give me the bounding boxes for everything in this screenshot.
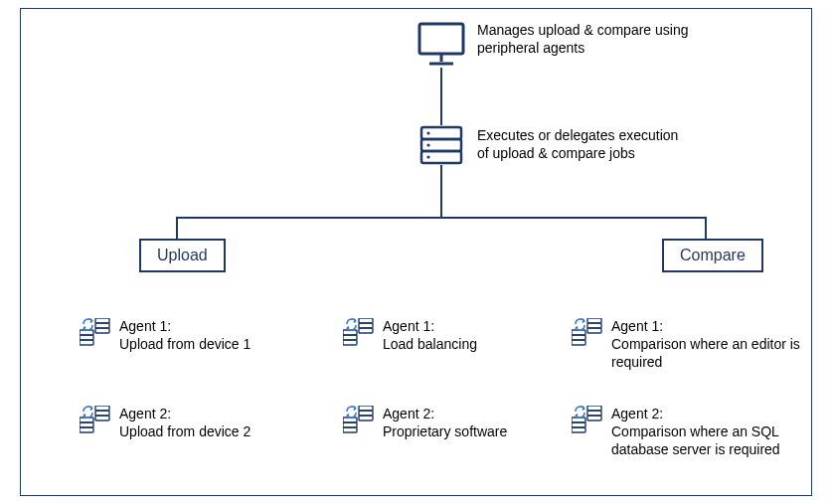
manager-description: Manages upload & compare using periphera…	[477, 22, 736, 57]
agent-desc: Upload from device 2	[119, 422, 250, 440]
agent-title: Agent 1:	[383, 317, 477, 335]
agent-sync-icon	[572, 318, 603, 349]
server-desc-line1: Executes or delegates execution	[477, 127, 736, 145]
agent-title: Agent 1:	[119, 317, 250, 335]
agent-desc: Load balancing	[383, 335, 477, 353]
agent-desc: Proprietary software	[383, 422, 507, 440]
agent-desc: Upload from device 1	[119, 335, 250, 353]
connector-monitor-server	[440, 68, 442, 125]
server-description: Executes or delegates execution of uploa…	[477, 127, 736, 162]
server-desc-line2: of upload & compare jobs	[477, 145, 736, 163]
connector-server-split	[440, 165, 442, 217]
compare-node: Compare	[662, 239, 763, 272]
agent-title: Agent 2:	[611, 405, 800, 422]
compare-label: Compare	[680, 247, 746, 263]
connector-horizontal	[176, 217, 707, 219]
manager-desc-line2: peripheral agents	[477, 40, 736, 58]
upload-label: Upload	[157, 247, 208, 263]
manager-desc-line1: Manages upload & compare using	[477, 22, 736, 40]
agent-desc: Comparison where an editor is required	[611, 335, 800, 371]
agent-title: Agent 1:	[611, 317, 800, 335]
agent-desc: Comparison where an SQL database server …	[611, 422, 800, 458]
manager-monitor-icon	[417, 22, 465, 71]
agent-sync-icon	[80, 406, 111, 436]
upload-node: Upload	[139, 239, 226, 272]
agent-title: Agent 2:	[119, 405, 250, 422]
connector-to-upload	[176, 217, 178, 239]
central-server-icon	[419, 125, 463, 168]
agent-sync-icon	[343, 318, 375, 349]
agent-sync-icon	[572, 406, 603, 436]
connector-to-compare	[705, 217, 707, 239]
agent-title: Agent 2:	[383, 405, 507, 422]
diagram-canvas: Manages upload & compare using periphera…	[0, 0, 832, 504]
agent-sync-icon	[343, 406, 375, 436]
agent-sync-icon	[80, 318, 111, 349]
